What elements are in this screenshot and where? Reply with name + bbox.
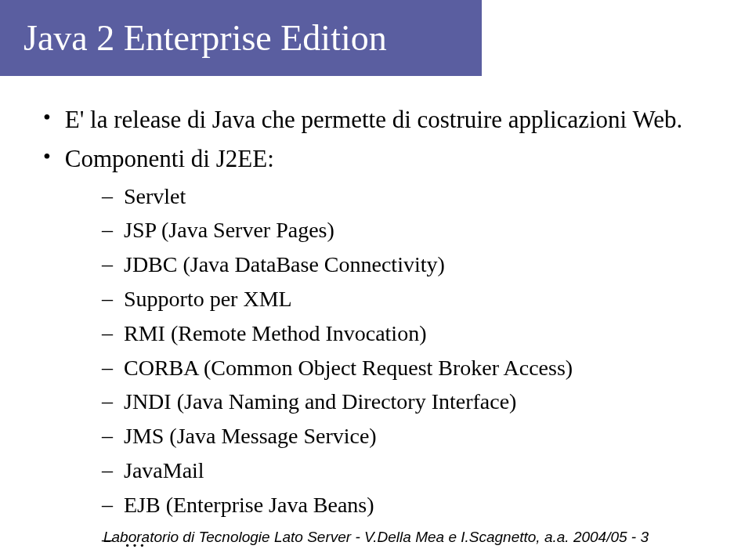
title-bar: Java 2 Enterprise Edition <box>0 0 482 76</box>
sub-text: JMS (Java Message Service) <box>124 421 377 451</box>
dash-icon: – <box>102 490 113 518</box>
slide-footer: Laboratorio di Tecnologie Lato Server - … <box>0 529 752 546</box>
sub-text: CORBA (Common Object Request Broker Acce… <box>124 353 573 383</box>
sub-item: – EJB (Enterprise Java Beans) <box>102 490 721 520</box>
sub-text: Supporto per XML <box>124 284 292 314</box>
dash-icon: – <box>102 284 113 313</box>
sub-item: – JDBC (Java DataBase Connectivity) <box>102 250 721 280</box>
sub-text: EJB (Enterprise Java Beans) <box>124 490 374 520</box>
dash-icon: – <box>102 387 113 415</box>
content-area: • E' la release di Java che permette di … <box>0 103 752 554</box>
sub-text: JavaMail <box>124 456 204 486</box>
sub-item: – JavaMail <box>102 456 721 486</box>
sub-item: – RMI (Remote Method Invocation) <box>102 319 721 349</box>
bullet-text: E' la release di Java che permette di co… <box>65 103 682 136</box>
sub-list: – Servlet – JSP (Java Server Pages) – JD… <box>102 182 721 555</box>
sub-text: JNDI (Java Naming and Directory Interfac… <box>124 387 516 417</box>
sub-text: Servlet <box>124 182 186 211</box>
sub-text: JDBC (Java DataBase Connectivity) <box>124 250 445 280</box>
dash-icon: – <box>102 215 113 244</box>
sub-item: – Supporto per XML <box>102 284 721 314</box>
dash-icon: – <box>102 182 113 210</box>
dash-icon: – <box>102 319 113 347</box>
bullet-item: • Componenti di J2EE: <box>43 143 721 175</box>
sub-item: – CORBA (Common Object Request Broker Ac… <box>102 353 721 383</box>
sub-item: – Servlet <box>102 182 721 211</box>
bullet-item: • E' la release di Java che permette di … <box>43 103 721 136</box>
slide-title: Java 2 Enterprise Edition <box>24 17 458 59</box>
bullet-icon: • <box>43 143 51 171</box>
dash-icon: – <box>102 456 113 484</box>
sub-item: – JSP (Java Server Pages) <box>102 215 721 245</box>
sub-text: RMI (Remote Method Invocation) <box>124 319 426 349</box>
dash-icon: – <box>102 421 113 450</box>
dash-icon: – <box>102 353 113 381</box>
sub-text: JSP (Java Server Pages) <box>124 215 334 245</box>
bullet-text: Componenti di J2EE: <box>65 143 274 175</box>
sub-item: – JNDI (Java Naming and Directory Interf… <box>102 387 721 417</box>
bullet-icon: • <box>43 103 51 132</box>
dash-icon: – <box>102 250 113 278</box>
sub-item: – JMS (Java Message Service) <box>102 421 721 451</box>
